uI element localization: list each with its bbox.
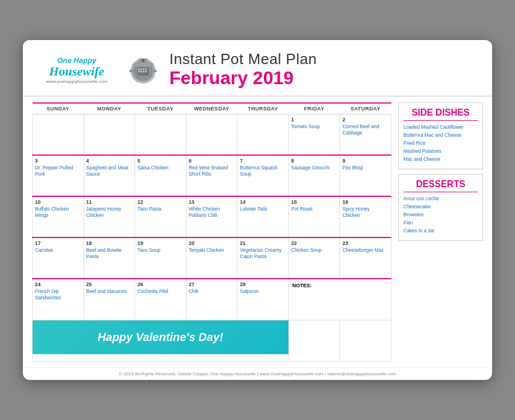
meal-link[interactable]: Chili [189, 288, 235, 295]
col-friday: FRIDAY [288, 103, 340, 114]
calendar-cell: 9Pav Bhaji [340, 155, 391, 196]
meal-link[interactable]: Salsa Chicken [137, 165, 184, 171]
meal-link[interactable]: Teriyaki Chicken [189, 247, 235, 253]
calendar-week-row: 3Dr. Pepper Pulled Pork4Spaghetti and Me… [33, 155, 391, 196]
svg-point-10 [138, 70, 140, 72]
desserts-list: Arroz con LecheCheesecakeBrowniesFlanCak… [403, 196, 478, 234]
day-number: 19 [137, 240, 184, 246]
meal-link[interactable]: Buffalo Chicken Wings [35, 206, 81, 219]
col-saturday: SATURDAY [340, 103, 391, 114]
svg-point-8 [143, 68, 145, 70]
svg-rect-2 [133, 63, 153, 66]
calendar-cell: 17Carnitas [33, 237, 84, 279]
meal-link[interactable]: Taco Soup [137, 247, 184, 253]
meal-link[interactable]: Butternut Squash Soup [240, 165, 286, 177]
meal-link[interactable]: Chicken Soup [291, 247, 338, 253]
meal-link[interactable]: Sausage Gnocchi [291, 165, 338, 171]
valentine-banner-row: Happy Valentine's Day! [33, 320, 391, 361]
meal-link[interactable]: White Chicken Poblano Chili [189, 206, 235, 219]
side-dish-item[interactable]: Mac and Cheese [403, 156, 478, 163]
calendar-week-row: 1Tomato Soup2Corned Beef and Cabbage [33, 114, 391, 155]
day-number: 25 [86, 282, 133, 287]
calendar-cell [186, 114, 237, 155]
day-number: 27 [189, 282, 235, 287]
dessert-item[interactable]: Arroz con Leche [403, 196, 478, 202]
meal-link[interactable]: Corned Beef and Cabbage [342, 124, 389, 136]
col-wednesday: WEDNESDAY [186, 103, 237, 114]
calendar-cell: 18Beef and Bowtie Pasta [84, 237, 135, 279]
meal-link[interactable]: Dr. Pepper Pulled Pork [35, 165, 81, 177]
meal-link[interactable]: Carnitas [35, 247, 81, 253]
calendar-cell: 14Lobster Tails [237, 196, 289, 237]
day-number: 17 [35, 240, 81, 246]
day-number: 21 [240, 240, 286, 246]
meal-link[interactable]: Red Wine Braised Short Ribs [189, 165, 235, 177]
meal-link[interactable]: Beef and Macaroni [86, 288, 133, 295]
logo-url: www.onehappyhousewife.com [46, 79, 108, 84]
meal-link[interactable]: Salpicon [240, 288, 286, 295]
col-thursday: THURSDAY [237, 103, 289, 114]
day-number: 12 [137, 199, 184, 205]
day-number: 8 [291, 158, 338, 164]
day-number: 11 [86, 199, 133, 205]
header: One Happy Housewife www.onehappyhousewif… [23, 40, 492, 96]
logo-line2: Housewife [49, 64, 105, 78]
calendar-cell: 21Vegetarian Creamy Cajun Pasta [237, 237, 289, 279]
meal-link[interactable]: Spicy Honey Chicken [342, 206, 389, 219]
dessert-item[interactable]: Cheesecake [403, 204, 478, 210]
notes-cell: NOTES: [288, 279, 391, 320]
day-number: 7 [240, 158, 286, 164]
empty-cell [288, 320, 340, 361]
desserts-title: DESSERTS [403, 179, 478, 192]
meal-link[interactable]: Vegetarian Creamy Cajun Pasta [240, 247, 286, 260]
meal-link[interactable]: Pav Bhaji [342, 165, 389, 171]
main-content: SUNDAY MONDAY TUESDAY WEDNESDAY THURSDAY… [23, 97, 492, 367]
meal-link[interactable]: Pot Roast [291, 206, 338, 212]
side-dish-item[interactable]: Butternut Mac and Cheese [403, 132, 478, 138]
svg-rect-14 [129, 70, 133, 72]
svg-point-7 [141, 68, 142, 70]
meal-link[interactable]: Spaghetti and Meat Sauce [86, 165, 133, 177]
meal-link[interactable]: Tomato Soup [291, 124, 338, 130]
calendar-week-row: 17Carnitas18Beef and Bowtie Pasta19Taco … [33, 237, 391, 279]
dessert-item[interactable]: Flan [403, 220, 478, 226]
day-number: 13 [189, 199, 235, 205]
dessert-item[interactable]: Cakes in a Jar [403, 228, 478, 234]
calendar-cell [84, 114, 135, 155]
meal-link[interactable]: Taco Pasta [137, 206, 184, 212]
calendar-cell [237, 114, 289, 155]
svg-point-9 [145, 68, 147, 70]
calendar-cell: 13White Chicken Poblano Chili [186, 196, 237, 237]
meal-link[interactable]: Cochinita Pibil [137, 288, 184, 295]
logo-area: One Happy Housewife www.onehappyhousewif… [37, 55, 117, 84]
footer-text: © 2019 All Rights Reserved, Valerie Coop… [119, 371, 397, 377]
side-dish-item[interactable]: Mashed Potatoes [403, 148, 478, 154]
meal-link[interactable]: Lobster Tails [240, 206, 286, 212]
meal-link[interactable]: Beef and Bowtie Pasta [86, 247, 133, 260]
calendar-cell [33, 114, 84, 155]
calendar-cell: 12Taco Pasta [135, 196, 187, 237]
side-dish-item[interactable]: Fried Rice [403, 140, 478, 146]
sidebar: SIDE DISHES Loaded Mashed CauliflowerBut… [398, 102, 483, 362]
calendar-header-row: SUNDAY MONDAY TUESDAY WEDNESDAY THURSDAY… [33, 103, 391, 114]
day-number: 2 [342, 117, 389, 122]
col-monday: MONDAY [84, 103, 135, 114]
header-title-area: Instant Pot Meal Plan February 2019 [169, 50, 478, 88]
meal-link[interactable]: French Dip Sandwiches [35, 288, 81, 301]
calendar-table: SUNDAY MONDAY TUESDAY WEDNESDAY THURSDAY… [32, 102, 391, 362]
instant-pot-icon [126, 53, 160, 87]
dessert-item[interactable]: Brownies [403, 212, 478, 218]
svg-point-11 [141, 70, 142, 72]
meal-link[interactable]: Cheeseburger Mac [342, 247, 389, 253]
calendar-cell: 10Buffalo Chicken Wings [33, 196, 84, 237]
header-month: February 2019 [169, 68, 478, 88]
meal-link[interactable]: Jalapeno Honey Chicken [86, 206, 133, 219]
calendar-week-row: 10Buffalo Chicken Wings11Jalapeno Honey … [33, 196, 391, 237]
col-sunday: SUNDAY [33, 103, 84, 114]
side-dish-item[interactable]: Loaded Mashed Cauliflower [403, 124, 478, 130]
day-number: 23 [342, 240, 389, 246]
calendar-cell: 6Red Wine Braised Short Ribs [186, 155, 237, 196]
side-dishes-title: SIDE DISHES [403, 108, 478, 121]
day-number: 4 [86, 158, 133, 164]
day-number: 5 [137, 158, 184, 164]
